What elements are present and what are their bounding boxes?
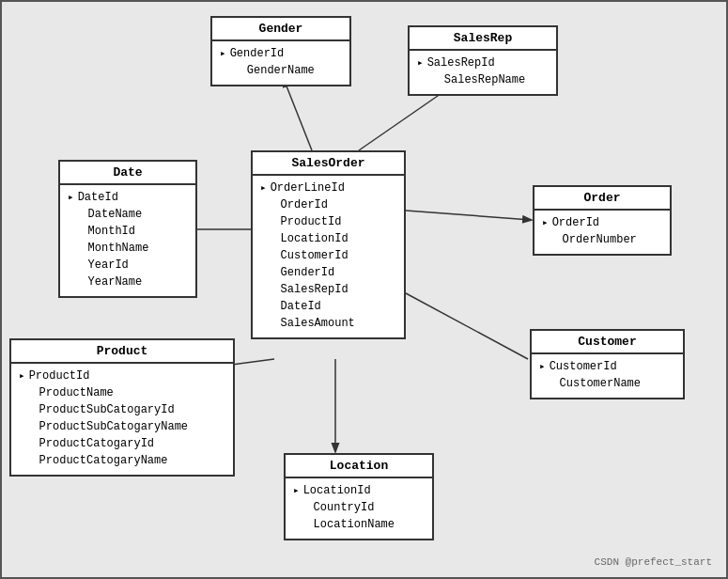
salesorder-field-4: LocationId	[260, 230, 396, 247]
product-field-2: ProductName	[19, 384, 225, 401]
entity-product-fields: ▸ ProductId ProductName ProductSubCatoga…	[11, 364, 233, 475]
entity-order-fields: ▸ OrderId OrderNumber	[534, 211, 670, 254]
salesrep-field-1: ▸ SalesRepId	[417, 55, 549, 71]
entity-date-fields: ▸ DateId DateName MonthId MonthName Year…	[60, 185, 195, 296]
entity-salesorder-title: SalesOrder	[253, 152, 404, 176]
order-field-1: ▸ OrderId	[542, 214, 662, 231]
entity-product-title: Product	[11, 340, 233, 364]
entity-order-title: Order	[534, 187, 670, 211]
entity-gender-fields: ▸ GenderId GenderName	[212, 41, 349, 85]
entity-date: Date ▸ DateId DateName MonthId MonthName…	[58, 160, 197, 298]
svg-line-3	[406, 211, 531, 220]
gender-field-1: ▸ GenderId	[220, 45, 342, 62]
pk-symbol: ▸	[539, 359, 546, 375]
entity-salesorder-fields: ▸ OrderLineId OrderId ProductId Location…	[253, 176, 404, 337]
pk-symbol: ▸	[542, 215, 549, 231]
entity-location-title: Location	[286, 455, 432, 478]
date-field-1: ▸ DateId	[68, 189, 188, 206]
entity-customer: Customer ▸ CustomerId CustomerName	[530, 329, 685, 399]
pk-symbol: ▸	[260, 180, 267, 196]
svg-line-5	[406, 293, 528, 359]
date-field-3: MonthId	[68, 223, 188, 240]
salesorder-field-2: OrderId	[260, 196, 396, 213]
entity-product: Product ▸ ProductId ProductName ProductS…	[9, 338, 235, 477]
entity-salesrep-fields: ▸ SalesRepId SalesRepName	[410, 51, 556, 94]
pk-symbol: ▸	[220, 46, 226, 62]
entity-salesorder: SalesOrder ▸ OrderLineId OrderId Product…	[251, 150, 406, 339]
location-field-2: CountryId	[293, 499, 425, 516]
order-field-2: OrderNumber	[542, 231, 662, 248]
entity-gender-title: Gender	[212, 18, 349, 41]
entity-order: Order ▸ OrderId OrderNumber	[533, 185, 672, 256]
product-field-4: ProductSubCatogaryName	[19, 418, 225, 435]
product-field-6: ProductCatogaryName	[19, 452, 225, 469]
entity-location: Location ▸ LocationId CountryId Location…	[284, 453, 434, 540]
entity-salesrep: SalesRep ▸ SalesRepId SalesRepName	[408, 25, 558, 96]
pk-symbol: ▸	[293, 483, 300, 499]
date-field-4: MonthName	[68, 240, 188, 257]
watermark: CSDN @prefect_start	[595, 556, 712, 568]
salesorder-field-9: SalesAmount	[260, 315, 396, 332]
entity-customer-fields: ▸ CustomerId CustomerName	[532, 354, 683, 398]
date-field-6: YearName	[68, 274, 188, 290]
gender-field-2: GenderName	[220, 62, 342, 79]
entity-location-fields: ▸ LocationId CountryId LocationName	[286, 478, 432, 539]
pk-symbol: ▸	[19, 368, 25, 384]
salesorder-field-6: GenderId	[260, 264, 396, 281]
product-field-3: ProductSubCatogaryId	[19, 401, 225, 418]
entity-customer-title: Customer	[532, 331, 683, 354]
customer-field-2: CustomerName	[539, 375, 675, 392]
pk-symbol: ▸	[68, 190, 74, 206]
salesorder-field-5: CustomerId	[260, 247, 396, 264]
salesorder-field-7: SalesRepId	[260, 281, 396, 298]
salesorder-field-8: DateId	[260, 298, 396, 315]
location-field-3: LocationName	[293, 516, 425, 533]
pk-symbol: ▸	[417, 55, 424, 71]
salesorder-field-1: ▸ OrderLineId	[260, 180, 396, 196]
product-field-1: ▸ ProductId	[19, 368, 225, 384]
entity-gender: Gender ▸ GenderId GenderName	[210, 16, 351, 86]
salesorder-field-3: ProductId	[260, 213, 396, 230]
location-field-1: ▸ LocationId	[293, 482, 425, 499]
date-field-2: DateName	[68, 206, 188, 223]
customer-field-1: ▸ CustomerId	[539, 358, 675, 375]
product-field-5: ProductCatogaryId	[19, 435, 225, 452]
svg-line-0	[284, 79, 312, 150]
salesrep-field-2: SalesRepName	[417, 71, 549, 88]
entity-salesrep-title: SalesRep	[410, 27, 556, 51]
diagram: Gender ▸ GenderId GenderName SalesRep ▸ …	[0, 0, 728, 579]
date-field-5: YearId	[68, 257, 188, 274]
entity-date-title: Date	[60, 162, 195, 185]
